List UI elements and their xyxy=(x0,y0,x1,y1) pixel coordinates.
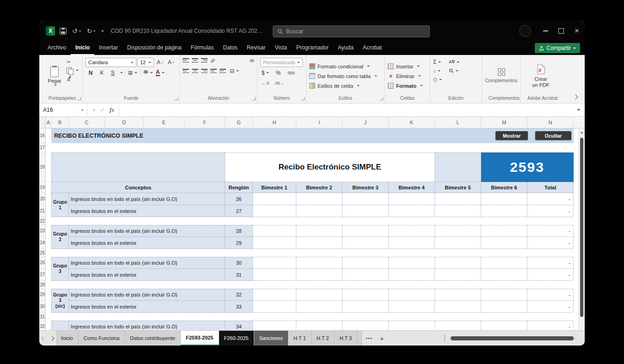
bimestre-6-cell[interactable] xyxy=(481,269,527,281)
create-pdf-button[interactable]: Crearun PDF xyxy=(524,57,558,95)
font-name-select[interactable]: Candara xyxy=(86,58,136,67)
account-avatar[interactable] xyxy=(519,25,531,37)
row-header-29[interactable]: 29 xyxy=(39,289,45,301)
bimestre-5-cell[interactable] xyxy=(435,257,481,269)
bimestre-6-cell[interactable] xyxy=(481,225,527,237)
sort-filter-button[interactable]: A∇ xyxy=(449,58,469,66)
bimestre-3-cell[interactable] xyxy=(343,301,389,313)
column-header-J[interactable]: J xyxy=(343,117,389,128)
currency-format-button[interactable]: $ xyxy=(260,68,270,77)
align-bottom-button[interactable] xyxy=(201,58,208,63)
row-header-32[interactable]: 32 xyxy=(39,321,45,330)
row-header-28[interactable]: 28 xyxy=(39,281,45,289)
column-header-K[interactable]: K xyxy=(389,117,435,128)
row-header-22[interactable]: 22 xyxy=(39,217,45,225)
addins-button[interactable]: Complementos xyxy=(485,57,518,95)
bimestre-5-cell[interactable] xyxy=(435,269,481,281)
bimestre-4-cell[interactable] xyxy=(389,193,435,205)
bimestre-5-cell[interactable] xyxy=(435,321,481,330)
column-header-B[interactable]: B xyxy=(51,117,69,128)
format-as-table-button[interactable]: Dar formato como tabla xyxy=(309,72,382,80)
bimestre-1-cell[interactable] xyxy=(253,257,296,269)
decrease-indent-button[interactable] xyxy=(210,68,217,73)
column-header-H[interactable]: H xyxy=(253,117,296,128)
bimestre-4-cell[interactable] xyxy=(389,237,435,249)
sheet-tab-partial[interactable] xyxy=(357,331,362,346)
customize-qat-button[interactable] xyxy=(101,30,104,32)
bimestre-4-cell[interactable] xyxy=(389,269,435,281)
align-top-button[interactable] xyxy=(183,58,189,63)
bimestre-3-cell[interactable] xyxy=(343,257,389,269)
bimestre-5-cell[interactable] xyxy=(435,237,481,249)
conditional-formatting-button[interactable]: Formato condicional xyxy=(309,62,382,71)
bimestre-2-cell[interactable] xyxy=(296,301,343,313)
cell-styles-button[interactable]: Estilos de celda xyxy=(309,81,382,90)
sheet-tab-datos-contribuyente[interactable]: Datos contribuyente xyxy=(125,331,181,346)
expand-formula-bar-button[interactable] xyxy=(573,103,585,116)
row-header-30[interactable]: 30 xyxy=(39,301,45,313)
bimestre-4-cell[interactable] xyxy=(389,205,435,217)
row-header-17[interactable]: 17 xyxy=(39,143,45,152)
bimestre-2-cell[interactable] xyxy=(296,257,343,269)
bimestre-1-cell[interactable] xyxy=(253,193,296,205)
bimestre-1-cell[interactable] xyxy=(253,269,296,281)
menu-tab-fórmulas[interactable]: Fórmulas xyxy=(186,41,218,55)
orientation-button[interactable]: ab xyxy=(209,57,216,63)
bimestre-4-cell[interactable] xyxy=(389,257,435,269)
vertical-scroll-thumb[interactable] xyxy=(580,138,583,317)
row-header-23[interactable]: 23 xyxy=(39,225,45,237)
menu-tab-revisar[interactable]: Revisar xyxy=(242,41,270,55)
close-button[interactable]: × xyxy=(569,21,585,41)
copy-button[interactable] xyxy=(67,67,79,73)
number-format-select[interactable]: Personalizada xyxy=(260,58,303,67)
sheet-tab-inicio[interactable]: Inicio xyxy=(56,331,79,346)
font-size-select[interactable]: 12 xyxy=(137,58,154,67)
column-header-E[interactable]: E xyxy=(144,117,184,128)
bimestre-4-cell[interactable] xyxy=(389,321,435,330)
add-sheet-button[interactable]: + xyxy=(376,331,388,346)
bimestre-6-cell[interactable] xyxy=(481,193,527,205)
column-header-F[interactable]: F xyxy=(184,117,225,128)
sheet-scroll-left-button[interactable] xyxy=(39,331,48,346)
comma-format-button[interactable]: 000 xyxy=(286,68,296,77)
menu-tab-vista[interactable]: Vista xyxy=(270,41,292,55)
wrap-text-button[interactable]: ab xyxy=(250,58,254,63)
underline-button[interactable]: S xyxy=(108,68,118,77)
sheet-tab-como-funciona[interactable]: Como Funciona xyxy=(79,331,125,346)
bimestre-5-cell[interactable] xyxy=(435,225,481,237)
dialog-launcher-icon[interactable] xyxy=(380,97,383,100)
bimestre-6-cell[interactable] xyxy=(481,321,527,330)
menu-tab-archivo[interactable]: Archivo xyxy=(43,41,71,55)
insert-function-icon[interactable]: fx xyxy=(110,107,114,114)
column-header-A[interactable]: A xyxy=(46,117,51,128)
sheet-tab-h.t-3[interactable]: H.T 3 xyxy=(335,331,358,346)
scroll-up-icon[interactable]: ▲ xyxy=(579,128,585,136)
bimestre-4-cell[interactable] xyxy=(389,301,435,313)
bimestre-5-cell[interactable] xyxy=(435,289,481,301)
font-color-button[interactable]: A xyxy=(155,68,165,77)
merge-center-button[interactable]: ⊟ xyxy=(229,67,240,75)
bimestre-2-cell[interactable] xyxy=(296,237,343,249)
bold-button[interactable]: N xyxy=(86,68,96,77)
sheet-tab-sanciones[interactable]: Sanciones xyxy=(254,331,288,346)
bimestre-5-cell[interactable] xyxy=(435,301,481,313)
name-box[interactable]: A16 xyxy=(39,103,88,116)
row-header-24[interactable]: 24 xyxy=(39,237,45,249)
undo-button[interactable]: ↺ xyxy=(72,27,81,35)
sheet-scroll-right-button[interactable] xyxy=(48,331,56,346)
cancel-icon[interactable]: × xyxy=(92,107,96,113)
bimestre-2-cell[interactable] xyxy=(296,321,343,330)
menu-tab-acrobat[interactable]: Acrobat xyxy=(358,41,386,55)
maximize-button[interactable] xyxy=(553,21,569,41)
sheet-tab-h.t-2[interactable]: H.T 2 xyxy=(312,331,335,346)
horizontal-scrollbar[interactable] xyxy=(450,336,575,340)
column-header-G[interactable]: G xyxy=(225,117,253,128)
formula-input[interactable] xyxy=(119,103,573,116)
menu-tab-datos[interactable]: Datos xyxy=(218,41,242,55)
redo-button[interactable]: ↻ xyxy=(87,27,96,35)
bimestre-1-cell[interactable] xyxy=(253,205,296,217)
bimestre-6-cell[interactable] xyxy=(481,237,527,249)
more-sheets-button[interactable]: ••• xyxy=(362,331,376,346)
paste-button[interactable]: Pegar xyxy=(45,57,64,95)
bimestre-3-cell[interactable] xyxy=(343,237,389,249)
